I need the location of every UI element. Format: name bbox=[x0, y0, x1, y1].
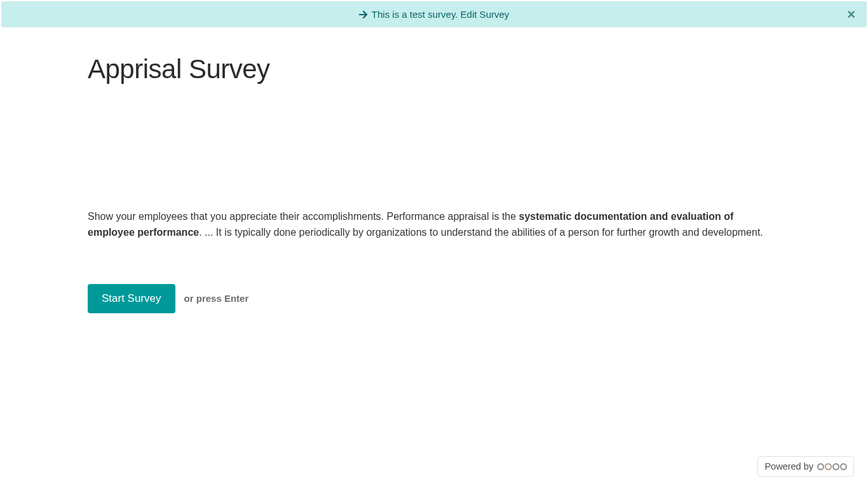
arrow-right-icon bbox=[359, 9, 368, 20]
powered-by-text: Powered by bbox=[764, 461, 813, 471]
press-enter-hint: or press Enter bbox=[184, 293, 249, 304]
banner-notice-text: This is a test survey. bbox=[372, 9, 461, 20]
edit-survey-link[interactable]: Edit Survey bbox=[461, 9, 510, 20]
action-row: Start Survey or press Enter bbox=[88, 284, 780, 313]
survey-description: Show your employees that you appreciate … bbox=[88, 209, 780, 241]
survey-container: Apprisal Survey Show your employees that… bbox=[81, 54, 787, 313]
desc-part1: Show your employees that you appreciate … bbox=[88, 211, 519, 222]
close-icon[interactable]: × bbox=[847, 8, 855, 22]
odoo-logo-icon bbox=[817, 463, 847, 470]
test-survey-banner: This is a test survey. Edit Survey × bbox=[1, 1, 867, 27]
desc-part2: . ... It is typically done periodically … bbox=[199, 227, 763, 238]
powered-by-badge[interactable]: Powered by bbox=[757, 456, 854, 477]
start-survey-button[interactable]: Start Survey bbox=[88, 284, 175, 313]
survey-title: Apprisal Survey bbox=[88, 54, 780, 85]
